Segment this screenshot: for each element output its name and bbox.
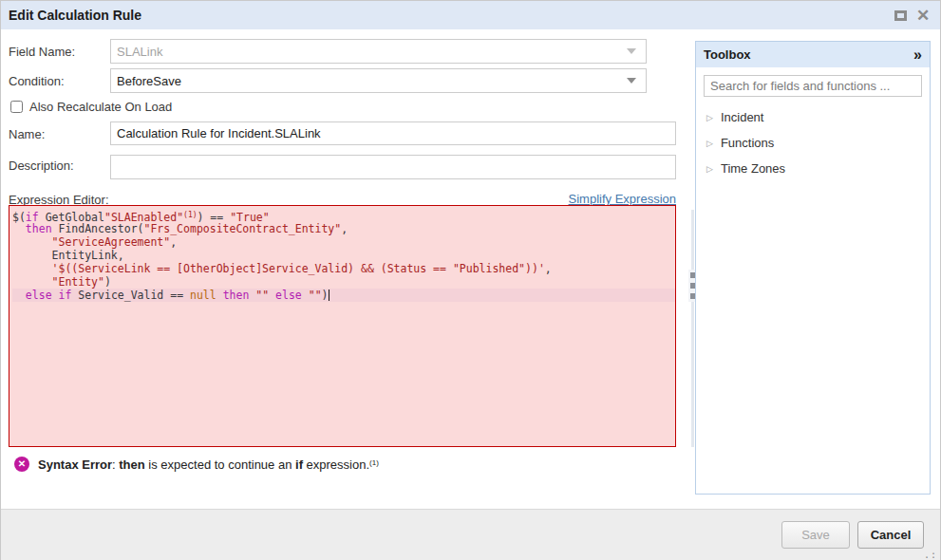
recalculate-row: Also Recalculate On Load — [10, 100, 172, 114]
error-x-icon: ✕ — [14, 457, 29, 472]
toolbox-title: Toolbox — [704, 47, 913, 62]
name-input[interactable] — [110, 121, 676, 145]
expand-triangle-icon[interactable]: ▷ — [706, 139, 713, 148]
chevron-down-icon — [627, 48, 636, 54]
field-name-label: Field Name: — [9, 45, 75, 59]
cancel-button[interactable]: Cancel — [857, 521, 924, 549]
code-line[interactable]: $(if GetGlobal"SLAEnabled"(1)) == "True" — [12, 209, 675, 222]
toolbox-panel: Toolbox » ▷ Incident ▷ Functions ▷ Time … — [695, 41, 931, 495]
close-button[interactable]: ✕ — [913, 6, 932, 25]
expression-editor[interactable]: $(if GetGlobal"SLAEnabled"(1)) == "True"… — [9, 205, 676, 447]
code-line[interactable]: "Entity") — [12, 275, 675, 289]
tree-item-functions[interactable]: ▷ Functions — [696, 130, 930, 156]
dialog-titlebar: Edit Calculation Rule ✕ — [1, 1, 940, 29]
restore-icon — [894, 10, 907, 21]
description-input[interactable] — [110, 155, 676, 179]
field-name-value: SLALink — [117, 45, 627, 59]
toolbox-tree: ▷ Incident ▷ Functions ▷ Time Zones — [696, 104, 930, 181]
restore-button[interactable] — [891, 6, 910, 25]
code-line[interactable]: else if Service_Valid == null then "" el… — [12, 289, 675, 302]
condition-label: Condition: — [9, 74, 65, 88]
dialog-title: Edit Calculation Rule — [9, 8, 887, 23]
condition-value: BeforeSave — [117, 74, 627, 88]
save-button[interactable]: Save — [781, 521, 850, 549]
close-icon: ✕ — [916, 8, 930, 24]
toolbox-header: Toolbox » — [696, 42, 930, 67]
code-line[interactable]: then FindAncestor("Frs_CompositeContract… — [12, 222, 675, 235]
code-line[interactable]: EntityLink, — [12, 249, 675, 262]
tree-item-time-zones[interactable]: ▷ Time Zones — [696, 156, 930, 181]
simplify-expression-link[interactable]: Simplify Expression — [546, 192, 676, 206]
expand-triangle-icon[interactable]: ▷ — [706, 164, 713, 174]
collapse-panel-icon[interactable]: » — [913, 47, 922, 64]
text-caret — [329, 289, 329, 301]
dialog-footer: Save Cancel .: — [1, 509, 940, 560]
description-label: Description: — [9, 159, 74, 173]
recalculate-checkbox[interactable] — [10, 101, 23, 113]
tree-item-incident[interactable]: ▷ Incident — [696, 104, 930, 130]
edit-calculation-rule-dialog: Edit Calculation Rule ✕ Field Name: SLAL… — [0, 0, 941, 560]
code-line[interactable]: "ServiceAgreement", — [12, 235, 675, 249]
recalculate-label[interactable]: Also Recalculate On Load — [29, 100, 172, 114]
condition-select[interactable]: BeforeSave — [110, 68, 647, 93]
panel-splitter — [691, 210, 694, 447]
syntax-error-message: Syntax Error: then is expected to contin… — [38, 457, 379, 472]
syntax-error-row: ✕ Syntax Error: then is expected to cont… — [14, 457, 379, 472]
toolbox-search-input[interactable] — [704, 75, 922, 97]
field-name-select[interactable]: SLALink — [110, 39, 647, 64]
name-label: Name: — [9, 127, 45, 141]
expand-triangle-icon[interactable]: ▷ — [706, 113, 713, 122]
resize-grip[interactable]: .: — [924, 550, 937, 560]
chevron-down-icon — [627, 78, 636, 84]
code-line[interactable]: '$((ServiceLink == [OtherObject]Service_… — [12, 262, 675, 275]
